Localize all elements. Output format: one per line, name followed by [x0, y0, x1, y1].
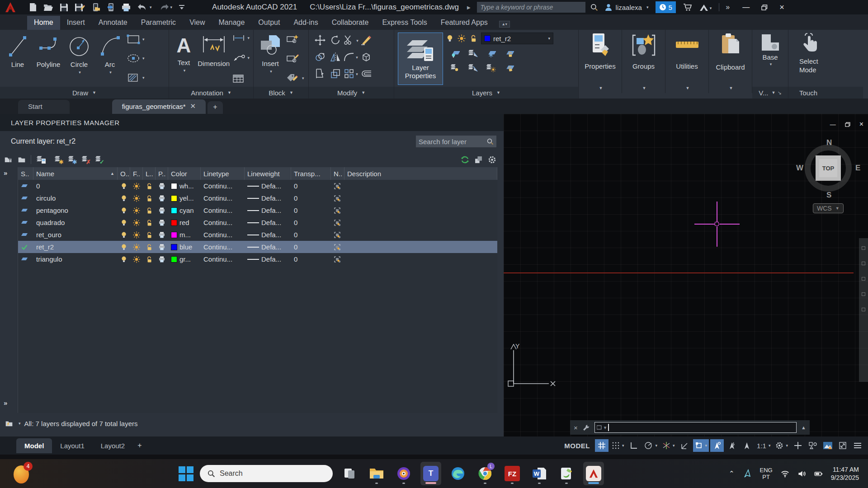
column-new-vp-freeze[interactable]: N.. [331, 167, 344, 180]
layer-transparency-cell[interactable]: 0 [291, 192, 331, 204]
panel-groups[interactable]: Groups ▼ [622, 30, 665, 93]
view-panel-collapsed[interactable]: V...▼ ↘ [752, 87, 788, 99]
edit-block-button[interactable] [286, 54, 304, 63]
layer-freeze-toggle[interactable] [130, 229, 143, 241]
tab-express-tools[interactable]: Express Tools [375, 16, 434, 30]
insert-block-button[interactable]: Insert▾ [257, 33, 283, 74]
new-group-filter-button[interactable] [17, 155, 26, 164]
layer-plot-toggle[interactable] [156, 180, 168, 192]
dimension-tool-button[interactable]: Dimension [198, 33, 230, 67]
layer-lock-toggle[interactable] [143, 204, 156, 216]
create-block-button[interactable] [286, 34, 304, 43]
file-tab-start[interactable]: Start [18, 100, 70, 114]
line-tool-button[interactable]: Line [4, 33, 32, 68]
layer-search-icon[interactable] [486, 138, 494, 145]
column-linetype[interactable]: Linetype [201, 167, 245, 180]
app-store-cart-icon[interactable] [683, 3, 692, 12]
help-search-icon[interactable] [590, 3, 598, 12]
tab-manage[interactable]: Manage [212, 16, 252, 30]
undo-button[interactable]: ▾ [137, 4, 152, 11]
layer-freeze-toggle[interactable] [130, 253, 143, 265]
layer-on-toggle[interactable] [118, 192, 130, 204]
layer-color-cell[interactable]: m... [168, 229, 201, 241]
command-line-dock[interactable]: × ▾ ▲ [570, 420, 810, 435]
tab-parametric[interactable]: Parametric [134, 16, 183, 30]
ortho-mode-toggle[interactable] [627, 439, 641, 452]
layer-plot-toggle[interactable] [156, 204, 168, 216]
wifi-icon[interactable] [781, 469, 789, 478]
modify-panel-label[interactable]: Modify▼ [309, 87, 394, 99]
layer-on-toggle[interactable] [118, 253, 130, 265]
text-tool-button[interactable]: A Text▾ [173, 33, 195, 73]
column-description[interactable]: Description [344, 167, 497, 180]
title-expand-icon[interactable]: ▶ [467, 5, 471, 10]
viewport-close-button[interactable]: × [859, 120, 863, 128]
layer-linetype-cell[interactable]: Continu... [201, 241, 245, 253]
annotation-visibility-toggle[interactable] [710, 439, 724, 452]
layer-color-cell[interactable]: gr... [168, 253, 201, 265]
column-status[interactable]: S.. [18, 167, 33, 180]
ellipse-tool-button[interactable]: ▾ [127, 53, 145, 63]
footer-filter-dropdown-icon[interactable]: ▾ [19, 421, 21, 426]
layer-search-box[interactable] [416, 136, 496, 147]
hatch-tool-button[interactable]: ▾ [127, 72, 145, 83]
annotation-scale-value[interactable]: 1:1▾ [755, 439, 772, 452]
circle-tool-button[interactable]: Circle▾ [65, 33, 93, 75]
new-property-filter-button[interactable] [4, 155, 13, 164]
layer-linetype-cell[interactable]: Continu... [201, 229, 245, 241]
chrome-button[interactable]: L [475, 462, 495, 485]
column-lineweight[interactable]: Lineweight [245, 167, 291, 180]
layers-panel-label[interactable]: Layers▼ [394, 87, 578, 99]
new-layer-vp-frozen-button[interactable]: ✱ [67, 155, 76, 164]
autodesk-logo-menu[interactable]: ▾ [699, 3, 712, 11]
task-view-button[interactable] [339, 462, 360, 485]
layer-search-input[interactable] [419, 138, 486, 145]
set-current-layer-button[interactable]: ✓ [94, 155, 104, 164]
current-layer-combo[interactable]: ret_r2 ▾ [481, 33, 553, 44]
layer-linetype-cell[interactable]: Continu... [201, 216, 245, 229]
layer-linetype-cell[interactable]: Continu... [201, 192, 245, 204]
layer-on-toggle[interactable] [118, 216, 130, 229]
layer-description-cell[interactable] [344, 180, 497, 192]
rotate-tool-button[interactable] [330, 35, 341, 46]
layer-properties-button[interactable]: LayerLayer PropertiesProperties [398, 33, 443, 85]
layer-on-toggle[interactable] [118, 229, 130, 241]
layer-freeze-toggle[interactable] [130, 204, 143, 216]
autocad-taskbar-button[interactable] [583, 462, 604, 485]
column-lock[interactable]: L.. [143, 167, 156, 180]
help-search-input[interactable] [477, 2, 585, 13]
annotation-monitor-button[interactable] [791, 439, 805, 452]
edit-attributes-button[interactable]: ▾ [286, 73, 304, 83]
base-icon[interactable] [760, 33, 781, 52]
array-tool-button[interactable]: ▾ [344, 68, 358, 79]
edge-button[interactable] [448, 462, 468, 485]
settings-gear-button[interactable] [488, 155, 496, 164]
layer-linetype-cell[interactable]: Continu... [201, 204, 245, 216]
teams-button[interactable]: T [420, 462, 441, 485]
layer-row-circulo[interactable]: circulo yel... Continu... Defa... 0 [18, 192, 497, 204]
autoscale-toggle[interactable] [725, 439, 739, 452]
viewport-restore-button[interactable] [845, 120, 850, 128]
trim-tool-button[interactable]: ▾ [343, 35, 359, 46]
layer-row-ret-r2-selected[interactable]: ret_r2 blue Continu... Defa... 0 [18, 241, 497, 253]
layer-color-cell[interactable]: red [168, 216, 201, 229]
layer-lineweight-cell[interactable]: Defa... [245, 180, 291, 192]
viewcube[interactable]: TOP N S W E WCS▼ [800, 141, 859, 209]
viewcube-west[interactable]: W [796, 164, 803, 173]
snap-mode-toggle[interactable]: ▾ [610, 439, 626, 452]
layer-transparency-cell[interactable]: 0 [291, 253, 331, 265]
layer-color-cell[interactable]: blue [168, 241, 201, 253]
open-from-web-mobile-button[interactable] [91, 3, 100, 12]
expand-filter-tree-icon[interactable]: » [4, 169, 7, 177]
base-dropdown-icon[interactable]: ▾ [770, 62, 772, 66]
viewcube-north[interactable]: N [826, 138, 832, 147]
layer-plot-toggle[interactable] [156, 241, 168, 253]
layer-vp-freeze-cell[interactable] [331, 229, 344, 241]
grid-display-toggle[interactable] [595, 439, 609, 452]
overflow-chevrons-icon[interactable]: » [726, 3, 730, 11]
column-transparency[interactable]: Transp... [291, 167, 331, 180]
column-color[interactable]: Color [168, 167, 201, 180]
layer-lock-toggle[interactable] [143, 192, 156, 204]
layer-plot-toggle[interactable] [156, 253, 168, 265]
layer-transparency-cell[interactable]: 0 [291, 180, 331, 192]
